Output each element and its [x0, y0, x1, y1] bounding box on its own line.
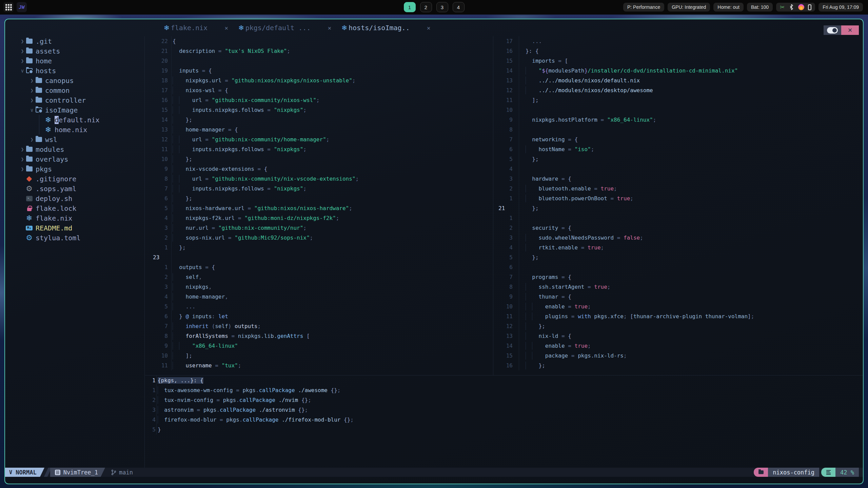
window-close-button[interactable]: ✕	[841, 25, 859, 35]
code-line[interactable]: 10	[493, 105, 864, 115]
tab-pkgs-default-[interactable]: ❄pkgs/default ...×	[238, 24, 331, 32]
tree-item-wsl[interactable]: ❯wsl	[5, 135, 144, 144]
tree-item-flake-lock[interactable]: flake.lock	[5, 203, 144, 213]
code-line[interactable]: 5 nixos-hardware.url = "github:nixos/nix…	[145, 203, 493, 213]
code-line[interactable]: 5 };	[493, 252, 864, 262]
code-line[interactable]: 11 plugins = with pkgs.xfce; [thunar-arc…	[493, 311, 864, 321]
code-line[interactable]: 12 url = "github:nix-community/home-mana…	[145, 135, 493, 144]
tree-item--git[interactable]: ❯.git	[5, 36, 144, 46]
workspace-button-1[interactable]: 1	[404, 2, 416, 12]
code-line[interactable]: 4 rtkit.enable = true;	[493, 243, 864, 252]
code-line[interactable]: 2 security = {	[493, 223, 864, 233]
scissors-icon[interactable]: ✂	[780, 4, 785, 11]
code-line[interactable]: 13 ../../modules/nixos/default.nix	[493, 76, 864, 85]
code-line[interactable]: 16}: {	[493, 46, 864, 56]
tree-item-stylua-toml[interactable]: ⚙stylua.toml	[5, 233, 144, 243]
tree-item-home[interactable]: ❯home	[5, 56, 144, 66]
code-line[interactable]: 3 nixpkgs,	[145, 282, 493, 292]
tree-item-README-md[interactable]: M↓README.md	[5, 223, 144, 233]
code-line[interactable]: 20	[145, 56, 493, 66]
code-line[interactable]: 7 networking = {	[493, 135, 864, 144]
tab-close-icon[interactable]: ×	[328, 24, 331, 32]
code-line[interactable]: 17 ...	[493, 36, 864, 46]
code-line[interactable]: 9 nix-vscode-extensions = {	[145, 164, 493, 174]
tree-item-overlays[interactable]: ❯overlays	[5, 154, 144, 164]
code-line[interactable]: 4	[493, 164, 864, 174]
power-profile-pill[interactable]: P: Performance	[623, 3, 664, 12]
code-line[interactable]: 1 tux-awesome-wm-config = pkgs.callPacka…	[145, 385, 864, 395]
code-line[interactable]: 17 nixos-wsl = {	[145, 85, 493, 95]
tree-item-canopus[interactable]: ❯canopus	[5, 76, 144, 85]
code-line[interactable]: 1 bluetooth.powerOnBoot = true;	[493, 194, 864, 203]
flame-browser-icon[interactable]	[798, 4, 804, 10]
tree-item-home-nix[interactable]: ❄home.nix	[5, 125, 144, 135]
code-line[interactable]: 2 self,	[145, 272, 493, 282]
code-line[interactable]: 2 sops-nix.url = "github:Mic92/sops-nix"…	[145, 233, 493, 243]
tab-flake-nix[interactable]: ❄flake.nix×	[164, 24, 228, 32]
code-line[interactable]: 9 "x86_64-linux"	[145, 341, 493, 351]
code-line[interactable]: 16 url = "github:nix-community/nixos-wsl…	[145, 95, 493, 105]
code-line[interactable]: 22{	[145, 36, 493, 46]
code-line[interactable]: 3 nur.url = "github:nix-community/nur";	[145, 223, 493, 233]
code-line[interactable]: 4 nixpkgs-f2k.url = "github:moni-dz/nixp…	[145, 213, 493, 223]
phone-icon[interactable]	[808, 4, 811, 10]
tree-item--sops-yaml[interactable]: ⚙.sops.yaml	[5, 184, 144, 194]
tree-item--gitignore[interactable]: .gitignore	[5, 174, 144, 184]
window-toggle-button[interactable]	[824, 25, 841, 35]
workspace-button-2[interactable]: 2	[420, 2, 432, 12]
code-line[interactable]: 15 imports = [	[493, 56, 864, 66]
code-line[interactable]: 2 bluetooth.enable = true;	[493, 184, 864, 194]
code-line[interactable]: 9 nixpkgs.hostPlatform = "x86_64-linux";	[493, 115, 864, 125]
code-line-cursor[interactable]: 21 };	[493, 203, 864, 213]
code-line[interactable]: 6	[493, 262, 864, 272]
editor-pkgs-default[interactable]: 1{pkgs, ...}: {1 tux-awesome-wm-config =…	[145, 375, 864, 468]
tree-item-flake-nix[interactable]: ❄flake.nix	[5, 213, 144, 223]
code-line[interactable]: 7 inputs.nixpkgs.follows = "nixpkgs";	[145, 184, 493, 194]
code-line[interactable]: 4 home-manager,	[145, 292, 493, 302]
tree-item-hosts[interactable]: ∨hosts	[5, 66, 144, 76]
code-line[interactable]: 6 };	[145, 194, 493, 203]
git-branch[interactable]: main	[111, 469, 133, 476]
code-line[interactable]: 3 astronvim = pkgs.callPackage ./astronv…	[145, 405, 864, 415]
code-line[interactable]: 14 enable = true;	[493, 341, 864, 351]
code-line[interactable]: 16 };	[493, 361, 864, 370]
tree-item-pkgs[interactable]: ❯pkgs	[5, 164, 144, 174]
code-line[interactable]: 8 url = "github:nix-community/nix-vscode…	[145, 174, 493, 184]
tree-item-isoImage[interactable]: ∨isoImage	[5, 105, 144, 115]
code-line[interactable]: 1 outputs = {	[145, 262, 493, 272]
code-line[interactable]: 11 username = "tux";	[145, 361, 493, 370]
code-line[interactable]: 18 nixpkgs.url = "github:nixos/nixpkgs/n…	[145, 76, 493, 85]
code-line[interactable]: 5 };	[493, 154, 864, 164]
code-line[interactable]: 15 inputs.nixpkgs.follows = "nixpkgs";	[145, 105, 493, 115]
code-line[interactable]: 5 ...	[145, 302, 493, 311]
code-line[interactable]: 19 inputs = {	[145, 66, 493, 76]
tree-item-default-nix[interactable]: ❄default.nix	[5, 115, 144, 125]
code-line[interactable]: 8 ssh.startAgent = true;	[493, 282, 864, 292]
code-line[interactable]: 8 forAllSystems = nixpkgs.lib.genAttrs [	[145, 331, 493, 341]
code-line[interactable]: 6 } @ inputs: let	[145, 311, 493, 321]
code-line[interactable]: 10 };	[145, 154, 493, 164]
code-line[interactable]: 13 home-manager = {	[145, 125, 493, 135]
tree-item-assets[interactable]: ❯assets	[5, 46, 144, 56]
workspace-button-4[interactable]: 4	[453, 2, 465, 12]
bluetooth-icon[interactable]	[788, 4, 794, 11]
code-line[interactable]: 10 enable = true;	[493, 302, 864, 311]
workspace-button-3[interactable]: 3	[436, 2, 448, 12]
tree-item-deploy-sh[interactable]: >_deploy.sh	[5, 194, 144, 203]
code-line[interactable]: 10 ];	[145, 351, 493, 361]
tab-hosts-isoImag-[interactable]: ❄hosts/isoImag..×	[341, 24, 430, 32]
home-pill[interactable]: Home: out	[713, 3, 744, 12]
tab-close-icon[interactable]: ×	[427, 24, 431, 32]
code-line[interactable]: 1 };	[145, 243, 493, 252]
code-line[interactable]: 11 inputs.nixpkgs.follows = "nixpkgs";	[145, 144, 493, 154]
code-line[interactable]: 9 thunar = {	[493, 292, 864, 302]
code-line[interactable]: 12 };	[493, 321, 864, 331]
code-line[interactable]: 5}	[145, 425, 864, 434]
code-line[interactable]: 14 };	[145, 115, 493, 125]
code-line-cursor[interactable]: 1{pkgs, ...}: {	[145, 375, 864, 385]
code-line[interactable]: 12 ../../modules/nixos/desktop/awesome	[493, 85, 864, 95]
editor-flake-nix[interactable]: 22{21 description = "tux's NixOS Flake";…	[145, 36, 493, 375]
code-line[interactable]: 8	[493, 125, 864, 135]
editor-hosts-isoimage[interactable]: 17 ...16}: {15 imports = [14 "${modulesP…	[493, 36, 864, 375]
tab-close-icon[interactable]: ×	[224, 24, 228, 32]
